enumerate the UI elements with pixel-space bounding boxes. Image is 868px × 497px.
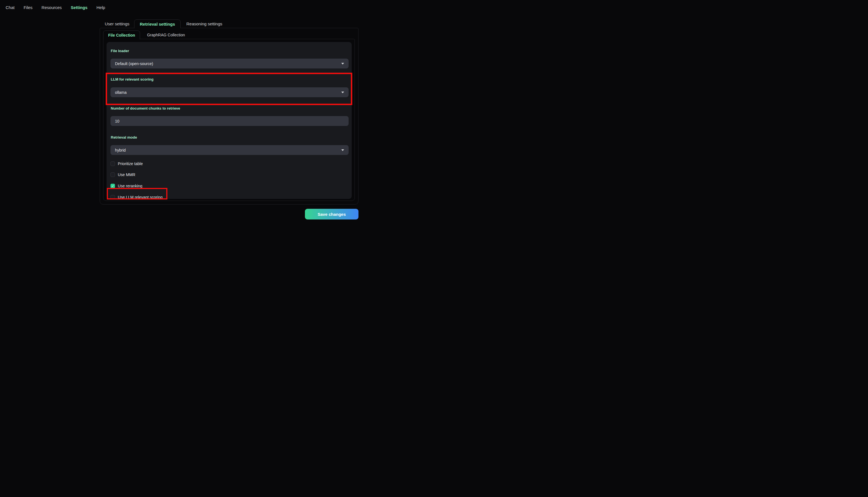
subtab-file-collection[interactable]: File Collection xyxy=(103,30,140,40)
nav-item-help[interactable]: Help xyxy=(96,5,105,10)
tab-retrieval-settings[interactable]: Retrieval settings xyxy=(134,19,181,28)
num-chunks-input[interactable]: 10 xyxy=(111,116,348,126)
num-chunks-value: 10 xyxy=(115,119,344,124)
use-llm-relevant-scoring-label: Use LLM relevant scoring xyxy=(118,195,162,199)
file-loader-dropdown[interactable]: Default (open-source) xyxy=(111,59,348,69)
nav-item-chat[interactable]: Chat xyxy=(6,5,15,10)
use-mmr-label: Use MMR xyxy=(118,172,135,177)
checkbox-row-prioritize-table: ✓ Prioritize table xyxy=(111,161,143,166)
prioritize-table-checkbox[interactable]: ✓ xyxy=(111,161,115,166)
llm-relevant-scoring-dropdown[interactable]: ollama xyxy=(111,87,348,97)
retrieval-mode-label: Retrieval mode xyxy=(111,135,137,140)
checkbox-row-use-mmr: ✓ Use MMR xyxy=(111,172,135,177)
llm-relevant-scoring-value: ollama xyxy=(115,90,341,95)
app-window: Chat Files Resources Settings Help User … xyxy=(0,0,434,248)
prioritize-table-label: Prioritize table xyxy=(118,161,143,166)
num-chunks-label: Number of document chunks to retrieve xyxy=(111,106,180,111)
tab-reasoning-settings[interactable]: Reasoning settings xyxy=(181,19,228,28)
retrieval-mode-value: hybrid xyxy=(115,148,341,153)
chevron-down-icon xyxy=(341,149,344,151)
retrieval-mode-dropdown[interactable]: hybrid xyxy=(111,145,348,155)
file-loader-value: Default (open-source) xyxy=(115,61,341,66)
checkbox-row-use-llm-relevant-scoring: ✓ Use LLM relevant scoring xyxy=(111,195,162,199)
tab-user-settings[interactable]: User settings xyxy=(100,19,134,28)
save-changes-button[interactable]: Save changes xyxy=(305,209,358,219)
use-mmr-checkbox[interactable]: ✓ xyxy=(111,172,115,177)
checkbox-row-use-reranking: ✓ Use reranking xyxy=(111,184,142,188)
llm-relevant-scoring-label: LLM for relevant scoring xyxy=(111,77,154,82)
check-icon: ✓ xyxy=(111,185,114,188)
chevron-down-icon xyxy=(341,63,344,65)
top-nav: Chat Files Resources Settings Help xyxy=(0,0,434,15)
use-reranking-checkbox[interactable]: ✓ xyxy=(111,184,115,188)
nav-item-settings[interactable]: Settings xyxy=(71,5,87,10)
nav-item-resources[interactable]: Resources xyxy=(41,5,62,10)
chevron-down-icon xyxy=(341,91,344,93)
use-reranking-label: Use reranking xyxy=(118,184,142,188)
file-collection-form-panel: File loader Default (open-source) LLM fo… xyxy=(106,42,352,199)
nav-item-files[interactable]: Files xyxy=(24,5,33,10)
use-llm-relevant-scoring-checkbox[interactable]: ✓ xyxy=(111,195,115,199)
file-loader-label: File loader xyxy=(111,49,129,53)
